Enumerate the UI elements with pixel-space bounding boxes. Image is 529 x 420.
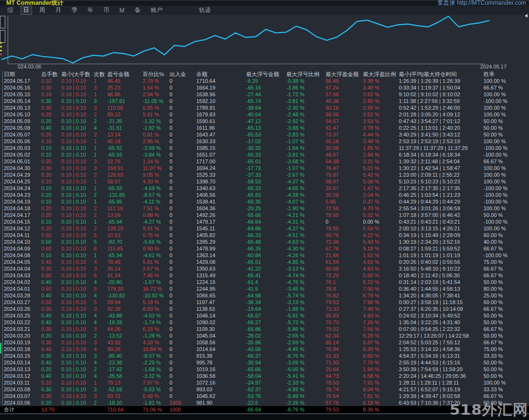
cell: -21.35 <box>107 118 143 125</box>
column-header-1[interactable]: 总手数 <box>41 71 61 78</box>
table-row[interactable]: 2024.03.280.400.10 | 0.104-130.82-10.92 … <box>0 292 529 299</box>
table-row[interactable]: 2024.04.010.500.10 | 0.105178.3016.72 %0… <box>0 285 529 292</box>
column-header-0[interactable]: 日期 <box>4 71 41 78</box>
table-row[interactable]: 2024.03.080.300.10 | 0.103-52.59-5.03 %0… <box>0 386 529 393</box>
column-header-7[interactable]: 余额 <box>196 71 246 78</box>
table-row[interactable]: 2024.03.150.300.10 | 0.103-80.40-8.07 %0… <box>0 352 529 359</box>
table-row[interactable]: 2024.04.150.100.10 | 0.101-65.94-4.27 %0… <box>0 218 529 225</box>
column-header-3[interactable]: 次数 <box>94 71 107 78</box>
menu-item-4[interactable]: 季 <box>68 6 80 15</box>
column-header-13[interactable]: 胜率 <box>484 71 529 78</box>
table-row[interactable]: 2024.03.140.400.10 | 0.104-23.38-2.29 %0… <box>0 359 529 366</box>
cell: -5.86 % <box>286 326 326 332</box>
table-row[interactable]: 2024.05.010.300.10 | 0.10322.761.34 %017… <box>0 158 529 165</box>
cell: 73.33 <box>326 306 363 312</box>
table-row[interactable]: 2024.04.120.200.10 | 0.102139.299.91 %01… <box>0 225 529 232</box>
cell: 1:35:04 | 3:22:25 | 4:31:40 <box>399 319 484 326</box>
column-header-12[interactable]: 最小|平均|最大持仓时间 <box>399 71 484 78</box>
cell: 35.14 <box>107 265 143 272</box>
table-row[interactable]: 2024.05.020.100.10 | 0.101-65.93-3.84 %0… <box>0 151 529 158</box>
cell: 0 <box>169 212 196 218</box>
table-row[interactable]: 2024.03.200.200.10 | 0.102-13.52-1.28 %0… <box>0 332 529 339</box>
table-row[interactable]: 2024.03.210.300.10 | 0.10364.266.15 %011… <box>0 326 529 332</box>
table-row[interactable]: 2024.03.180.400.10 | 0.10499.2610.84 %01… <box>0 346 529 352</box>
menu-item-9[interactable]: 账户 <box>147 6 165 15</box>
table-row[interactable]: 2024.03.070.300.10 | 0.10363.726.49 %010… <box>0 393 529 399</box>
table-row[interactable]: 2024.04.100.500.10 | 0.105-83.70-5.66 %0… <box>0 238 529 245</box>
cell: 2024.05.17 <box>4 78 41 84</box>
table-row[interactable]: 2024.05.100.200.10 | 0.10289.225.61 %016… <box>0 111 529 118</box>
cell: 1789.91 <box>196 104 246 111</box>
table-row[interactable]: 2024.05.170.100.10 | 0.10146.452.79 %017… <box>0 78 529 84</box>
cell: -130.82 <box>107 292 143 299</box>
column-header-5[interactable]: 百分比% <box>143 71 169 78</box>
table-row[interactable]: 2024.03.250.400.10 | 0.104-43.88-4.03 %0… <box>0 312 529 319</box>
table-row[interactable]: 2024.04.180.200.10 | 0.102112.107.51 %01… <box>0 205 529 212</box>
column-header-4[interactable]: 盈亏金额 <box>107 71 143 78</box>
table-row[interactable]: 2024.04.030.600.10 | 0.10691.347.46 %013… <box>0 272 529 279</box>
column-header-2[interactable]: 最小|大手数 <box>61 71 94 78</box>
cell: 2 <box>94 212 107 218</box>
menu-item-1[interactable]: 日 <box>21 6 33 15</box>
cell: -131.85 <box>107 192 143 198</box>
cell: 0.50 <box>41 238 61 245</box>
scroll-arrow-left-icon[interactable] <box>525 14 528 18</box>
cell: 0.20 <box>41 366 61 373</box>
table-row[interactable]: 2024.04.170.200.10 | 0.10213.090.88 %014… <box>0 212 529 218</box>
table-row[interactable]: 2024.05.090.200.10 | 0.102-21.35-1.32 %0… <box>0 118 529 125</box>
menu-item-2[interactable]: 周 <box>36 6 48 15</box>
cell: 0.10 | 0.10 <box>61 366 94 373</box>
table-row[interactable]: 2024.04.230.200.10 | 0.102-131.85-8.57 %… <box>0 192 529 198</box>
table-row[interactable]: 2024.05.060.100.10 | 0.10145.182.85 %016… <box>0 138 529 145</box>
column-header-10[interactable]: 最大浮盈金额 <box>326 71 363 78</box>
table-row[interactable]: 2024.04.110.500.10 | 0.10510.530.75 %014… <box>0 232 529 238</box>
cell: 1525.33 <box>196 171 246 178</box>
collapsed-panel-icon[interactable] <box>0 16 5 28</box>
table-row[interactable]: 2024.04.080.100.10 | 0.101-65.94-4.61 %0… <box>0 252 529 259</box>
table-row[interactable]: 2024.05.150.100.10 | 0.10146.862.94 %016… <box>0 91 529 98</box>
menu-item-0[interactable]: 综 <box>4 6 16 15</box>
table-row[interactable]: 2024.04.090.600.10 | 0.106115.858.50 %01… <box>0 245 529 252</box>
table-row[interactable]: 2024.04.040.300.10 | 0.10335.142.67 %013… <box>0 265 529 272</box>
table-row[interactable]: 2024.03.120.400.10 | 0.104-35.58-3.32 %0… <box>0 373 529 379</box>
table-row[interactable]: 2024.03.220.400.10 | 0.104-19.28-1.74 %0… <box>0 319 529 326</box>
column-header-11[interactable]: 最大浮盈比例 <box>363 71 399 78</box>
table-row[interactable]: 2024.04.050.400.10 | 0.10478.455.81 %014… <box>0 259 529 265</box>
menu-item-6[interactable]: 币 <box>101 6 113 15</box>
cell: 2:55:54 | 3:01:26 | 3:06:59 <box>399 205 484 212</box>
menu-item-5[interactable]: 年 <box>85 6 97 15</box>
table-row[interactable]: 2024.03.260.300.10 | 0.10392.398.83 %011… <box>0 306 529 312</box>
table-row[interactable]: 2024.03.130.200.10 | 0.102-17.42-1.68 %0… <box>0 366 529 373</box>
menu-item-trajectory[interactable]: 轨迹 <box>196 6 214 15</box>
cell: -40.64 <box>246 111 286 118</box>
cell: 3:50:39 | 7:54:59 | 11:59:20 <box>399 366 484 373</box>
table-row[interactable]: 2024.03.270.500.10 | 0.10558.945.18 %011… <box>0 299 529 306</box>
table-row[interactable]: 2024.03.190.300.10 | 0.10343.924.33 %010… <box>0 339 529 346</box>
table-row[interactable]: 2024.05.070.200.10 | 0.10213.140.81 %016… <box>0 131 529 138</box>
collapsed-panel-icon[interactable] <box>0 30 5 43</box>
cell: -13.52 <box>107 332 143 339</box>
column-header-8[interactable]: 最大浮亏金额 <box>246 71 286 78</box>
table-row[interactable]: 2024.05.080.400.10 | 0.104-31.51-1.92 %0… <box>0 125 529 131</box>
cell: 67.76 <box>326 245 363 252</box>
cell: 1014.64 <box>196 346 246 352</box>
cell: 2024.05.16 <box>4 84 41 91</box>
menu-item-3[interactable]: 月 <box>53 6 65 15</box>
cell: 2:53:19 | 2:53:19 | 2:53:19 <box>399 138 484 145</box>
cell: 4.70 % <box>363 205 399 212</box>
table-row[interactable]: 2024.04.190.100.10 | 0.101-65.95-4.11 %0… <box>0 198 529 205</box>
column-header-6[interactable]: 出入金 <box>169 71 196 78</box>
table-row[interactable]: 2024.05.130.300.10 | 0.103110.086.55 %01… <box>0 104 529 111</box>
table-row[interactable]: 2024.05.030.100.10 | 0.101-65.92-3.99 %0… <box>0 145 529 151</box>
menu-item-7[interactable]: M <box>117 7 127 14</box>
menu-item-8[interactable]: 备 <box>132 6 144 15</box>
table-row[interactable]: 2024.04.250.100.10 | 0.10158.074.33 %013… <box>0 178 529 185</box>
table-row[interactable]: 2024.04.300.300.10 | 0.103168.9111.07 %0… <box>0 165 529 171</box>
table-row[interactable]: 2024.04.240.100.10 | 0.101-65.93-4.69 %0… <box>0 185 529 192</box>
table-row[interactable]: 2024.05.160.300.10 | 0.10325.231.54 %016… <box>0 84 529 91</box>
table-row[interactable]: 2024.03.110.100.10 | 0.10179.137.97 %010… <box>0 379 529 386</box>
table-row[interactable]: 2024.04.290.200.10 | 0.102126.639.05 %01… <box>0 171 529 178</box>
table-row[interactable]: 2024.04.020.400.10 | 0.104-20.80-1.67 %0… <box>0 279 529 285</box>
table-row[interactable]: 2024.05.140.300.10 | 0.103-197.81-11.05 … <box>0 98 529 104</box>
column-header-9[interactable]: 最大浮亏比例 <box>286 71 326 78</box>
